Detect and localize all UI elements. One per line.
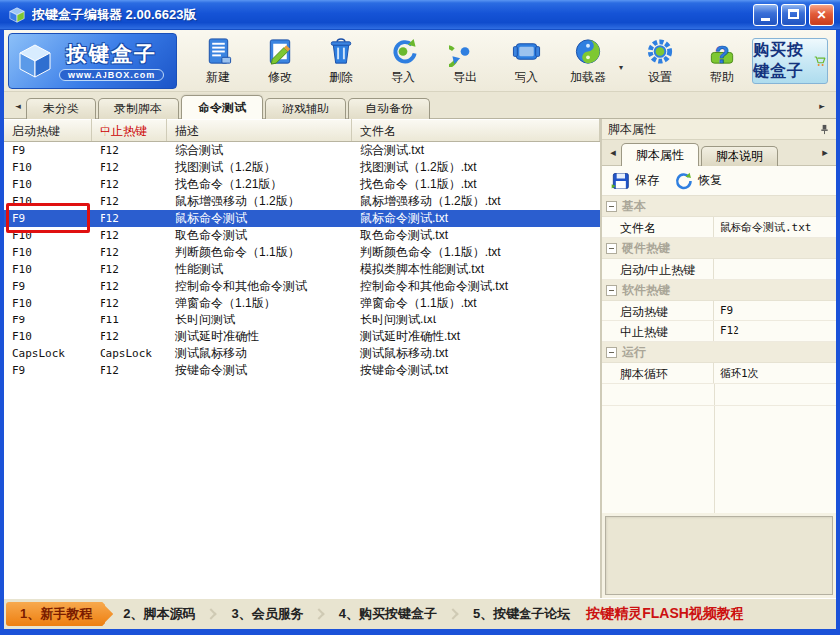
bottom-nav-item-4[interactable]: 4、购买按键盒子 xyxy=(329,605,447,623)
column-header-文件名[interactable]: 文件名 xyxy=(352,119,600,141)
table-row[interactable]: F10F12弹窗命令（1.1版）弹窗命令（1.1版）.txt xyxy=(4,295,600,312)
property-row-中止热键[interactable]: 中止热键F12 xyxy=(602,321,836,342)
table-row[interactable]: F10F12测试延时准确性测试延时准确性.txt xyxy=(4,328,600,345)
restore-button[interactable]: 恢复 xyxy=(673,171,722,191)
property-group-软件热键[interactable]: 软件热键 xyxy=(602,280,836,301)
table-row[interactable]: F9F12控制命令和其他命令测试控制命令和其他命令测试.txt xyxy=(4,278,600,295)
property-name: 启动/中止热键 xyxy=(602,259,714,279)
toolbar-button-import[interactable]: 导入 xyxy=(372,33,434,87)
bottom-nav-item-5[interactable]: 5、按键盒子论坛 xyxy=(463,605,580,623)
property-row-脚本循环[interactable]: 脚本循环循环1次 xyxy=(602,363,836,384)
collapse-icon[interactable] xyxy=(606,201,617,212)
cell-file: 综合测试.txt xyxy=(352,142,600,159)
buy-button[interactable]: 购买按键盒子 xyxy=(752,38,828,84)
logo-site: www.AJBOX.com xyxy=(59,69,164,81)
table-row[interactable]: CapsLockCapsLock测试鼠标移动测试鼠标移动.txt xyxy=(4,345,600,362)
table-row[interactable]: F9F12鼠标命令测试鼠标命令测试.txt xyxy=(4,210,600,227)
chevron-separator-icon xyxy=(206,608,217,619)
group-label: 基本 xyxy=(622,196,646,216)
toolbar-button-label: 设置 xyxy=(648,69,672,86)
tabs-scroll-right-icon[interactable]: ▸ xyxy=(814,100,830,112)
table-row[interactable]: F10F12性能测试模拟类脚本性能测试.txt xyxy=(4,261,600,278)
save-button[interactable]: 保存 xyxy=(610,171,659,191)
tabs-scroll-left-icon[interactable]: ◂ xyxy=(10,100,26,112)
app-logo[interactable]: 按键盒子 www.AJBOX.com xyxy=(8,33,177,89)
cell-stop: F11 xyxy=(92,312,167,328)
property-group-硬件热键[interactable]: 硬件热键 xyxy=(602,238,836,259)
tab-命令测试[interactable]: 命令测试 xyxy=(181,95,263,119)
cell-desc: 弹窗命令（1.1版） xyxy=(167,295,352,312)
toolbar-button-delete[interactable]: 删除 xyxy=(311,33,372,87)
cell-start: F10 xyxy=(4,328,92,345)
property-value[interactable]: F9 xyxy=(714,301,836,320)
property-value[interactable]: F12 xyxy=(714,321,836,341)
toolbar-button-help[interactable]: ?帮助 xyxy=(691,33,752,87)
toolbar-button-write[interactable]: 写入 xyxy=(496,33,557,87)
buy-button-label: 购买按键盒子 xyxy=(753,40,810,82)
pin-icon[interactable] xyxy=(819,124,830,135)
bottom-nav-item-2[interactable]: 2、脚本源码 xyxy=(113,605,205,623)
cell-desc: 长时间测试 xyxy=(167,312,352,328)
window-title: 按键盒子编辑器 2.00.6623版 xyxy=(32,6,753,24)
toolbar-button-export[interactable]: 导出 xyxy=(434,33,496,87)
property-value[interactable]: 循环1次 xyxy=(714,363,836,383)
cell-file: 鼠标命令测试.txt xyxy=(352,210,600,227)
column-header-启动热键[interactable]: 启动热键 xyxy=(4,119,92,141)
tab-未分类[interactable]: 未分类 xyxy=(26,98,96,119)
cell-desc: 测试延时准确性 xyxy=(167,328,352,345)
panel-tab-脚本属性[interactable]: 脚本属性 xyxy=(621,143,699,166)
cell-file: 模拟类脚本性能测试.txt xyxy=(352,261,600,278)
toolbar-button-new[interactable]: 新建 xyxy=(187,33,249,87)
property-group-基本[interactable]: 基本 xyxy=(602,196,836,217)
property-row-启动热键[interactable]: 启动热键F9 xyxy=(602,301,836,321)
table-row[interactable]: F10F12鼠标增强移动（1.2版）鼠标增强移动（1.2版）.txt xyxy=(4,193,600,210)
panel-tabs-right-icon[interactable]: ▸ xyxy=(817,146,833,159)
title-bar[interactable]: 按键盒子编辑器 2.00.6623版 ✕ xyxy=(0,0,840,30)
table-row[interactable]: F9F11长时间测试长时间测试.txt xyxy=(4,312,600,328)
tab-录制脚本[interactable]: 录制脚本 xyxy=(98,98,179,119)
table-row[interactable]: F10F12判断颜色命令（1.1版）判断颜色命令（1.1版）.txt xyxy=(4,244,600,261)
cell-stop: F12 xyxy=(92,362,167,379)
toolbar-button-settings[interactable]: 设置 xyxy=(629,33,691,87)
category-tabstrip: ◂ 未分类录制脚本命令测试游戏辅助自动备份 ▸ xyxy=(4,92,836,119)
collapse-icon[interactable] xyxy=(606,285,617,296)
toolbar-button-label: 修改 xyxy=(268,69,292,86)
column-header-描述[interactable]: 描述 xyxy=(167,119,352,141)
panel-tab-脚本说明[interactable]: 脚本说明 xyxy=(701,146,778,166)
property-value[interactable] xyxy=(714,259,836,279)
collapse-icon[interactable] xyxy=(606,347,617,358)
cell-start: F9 xyxy=(4,362,92,379)
column-header-中止热键[interactable]: 中止热键 xyxy=(92,119,167,141)
property-row-文件名[interactable]: 文件名鼠标命令测试.txt xyxy=(602,217,836,238)
table-row[interactable]: F10F12找图测试（1.2版）找图测试（1.2版）.txt xyxy=(4,159,600,176)
toolbar-button-label: 帮助 xyxy=(710,69,734,86)
table-row[interactable]: F9F12综合测试综合测试.txt xyxy=(4,142,600,159)
property-row-启动/中止热键[interactable]: 启动/中止热键 xyxy=(602,259,836,280)
close-button[interactable]: ✕ xyxy=(809,4,834,26)
panel-tabs-left-icon[interactable]: ◂ xyxy=(605,146,621,159)
collapse-icon[interactable] xyxy=(606,243,617,254)
svg-text:?: ? xyxy=(715,42,729,67)
cell-start: F10 xyxy=(4,261,92,278)
flash-tutorial-link[interactable]: 按键精灵FLASH视频教程 xyxy=(586,605,744,623)
toolbar-button-loader[interactable]: 加载器 xyxy=(557,33,619,87)
table-row[interactable]: F10F12找色命令（1.21版）找色命令（1.1版）.txt xyxy=(4,176,600,193)
bottom-nav-item-1[interactable]: 1、新手教程 xyxy=(6,602,113,626)
table-row[interactable]: F10F12取色命令测试取色命令测试.txt xyxy=(4,227,600,244)
property-group-运行[interactable]: 运行 xyxy=(602,342,836,363)
script-description-box[interactable] xyxy=(605,516,833,595)
toolbar-button-modify[interactable]: 修改 xyxy=(249,33,311,87)
minimize-button[interactable] xyxy=(753,4,778,26)
new-icon xyxy=(202,36,234,67)
maximize-button[interactable] xyxy=(781,4,806,26)
script-table: 启动热键中止热键描述文件名 F9F12综合测试综合测试.txtF10F12找图测… xyxy=(4,119,602,598)
cell-stop: F12 xyxy=(92,295,167,312)
property-value[interactable]: 鼠标命令测试.txt xyxy=(714,217,836,237)
tab-游戏辅助[interactable]: 游戏辅助 xyxy=(265,98,346,119)
tab-自动备份[interactable]: 自动备份 xyxy=(348,98,430,119)
toolbar-button-label: 删除 xyxy=(329,69,353,86)
cell-file: 找色命令（1.1版）.txt xyxy=(352,176,600,193)
loader-dropdown-icon[interactable]: ▾ xyxy=(619,63,629,72)
table-row[interactable]: F9F12按键命令测试按键命令测试.txt xyxy=(4,362,600,379)
bottom-nav-item-3[interactable]: 3、会员服务 xyxy=(221,605,313,623)
